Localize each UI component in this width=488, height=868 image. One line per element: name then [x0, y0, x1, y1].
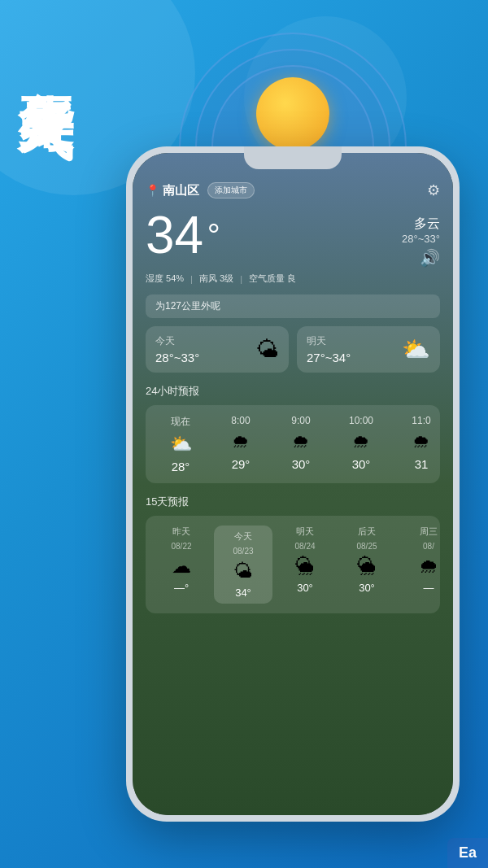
location-bar: 📍 南山区 添加城市 ⚙ — [146, 181, 440, 199]
weather-right: 多云 28°~33° 🔊 — [402, 209, 440, 268]
day-label-1: 今天 — [234, 530, 252, 543]
air-quality-text: 空气质量 良 — [249, 273, 296, 285]
temperature-display: 34 ° — [146, 209, 220, 261]
wind-text: 南风 3级 — [199, 273, 233, 285]
hour-label-3: 10:00 — [349, 415, 373, 426]
hourly-forecast: 现在 ⛅ 28° 8:00 🌧 29° 9:00 🌧 — [146, 405, 440, 483]
phone-wrapper: 📍 南山区 添加城市 ⚙ 34 ° 多云 28°~33° 🔊 — [126, 49, 460, 830]
day-date-2: 08/24 — [294, 542, 315, 551]
day-temp-2: 30° — [297, 582, 313, 594]
forecast-cards: 今天 28°~33° 🌤 明天 27°~34° ⛅ — [146, 326, 440, 373]
hour-label-0: 现在 — [171, 415, 190, 429]
separator-2: | — [240, 274, 242, 284]
day-item-3: 后天 08/25 🌦 30° — [338, 526, 396, 604]
hour-icon-3: 🌧 — [352, 431, 370, 452]
day-temp-4: — — [424, 582, 434, 594]
hour-item-4: 11:0 🌧 31 — [393, 415, 440, 473]
phone-frame: 📍 南山区 添加城市 ⚙ 34 ° 多云 28°~33° 🔊 — [126, 146, 460, 822]
day-icon-0: ☁ — [172, 555, 191, 578]
settings-icon[interactable]: ⚙ — [427, 181, 440, 199]
hour-icon-0: ⛅ — [170, 434, 192, 455]
hour-temp-0: 28° — [172, 460, 190, 473]
hour-item-0: 现在 ⛅ 28° — [152, 415, 209, 473]
day-date-0: 08/22 — [171, 542, 191, 551]
day-label-2: 明天 — [296, 526, 314, 538]
hour-icon-2: 🌧 — [292, 431, 310, 452]
hourly-section-title: 24小时预报 — [146, 384, 440, 399]
today-weather-icon: 🌤 — [256, 336, 279, 363]
hour-icon-4: 🌧 — [412, 431, 430, 452]
day-item-2: 明天 08/24 🌦 30° — [276, 526, 334, 604]
distance-notice: 为127公里外呢 — [146, 294, 440, 318]
hour-item-1: 8:00 🌧 29° — [212, 415, 269, 473]
main-weather: 34 ° 多云 28°~33° 🔊 — [146, 209, 440, 268]
day-icon-2: 🌦 — [295, 555, 315, 578]
day-date-3: 08/25 — [356, 542, 377, 551]
hourly-scroll: 现在 ⛅ 28° 8:00 🌧 29° 9:00 🌧 — [152, 415, 434, 473]
tomorrow-weather-icon: ⛅ — [402, 336, 430, 363]
daily-section-title: 15天预报 — [146, 495, 440, 509]
daily-section: 15天预报 昨天 08/22 ☁ —° 今天 08/23 — [146, 495, 440, 613]
today-info: 今天 28°~33° — [155, 334, 199, 364]
daily-scroll: 昨天 08/22 ☁ —° 今天 08/23 🌤 34° — [152, 526, 434, 604]
day-label-3: 后天 — [358, 526, 376, 538]
phone-notch — [244, 146, 342, 169]
tomorrow-info: 明天 27°~34° — [307, 334, 351, 364]
screen-content: 📍 南山区 添加城市 ⚙ 34 ° 多云 28°~33° 🔊 — [133, 153, 453, 815]
hour-label-1: 8:00 — [231, 415, 250, 426]
weather-description: 多云 — [414, 216, 440, 233]
today-label: 今天 — [155, 334, 199, 348]
day-temp-0: —° — [174, 582, 189, 594]
hour-temp-4: 31 — [415, 457, 429, 471]
day-icon-4: 🌧 — [419, 555, 438, 578]
current-temperature: 34 — [146, 206, 203, 264]
humidity-text: 湿度 54% — [146, 273, 184, 285]
tomorrow-label: 明天 — [307, 334, 351, 348]
hour-item-3: 10:00 🌧 30° — [333, 415, 390, 473]
day-icon-3: 🌦 — [357, 555, 377, 578]
daily-forecast: 昨天 08/22 ☁ —° 今天 08/23 🌤 34° — [146, 516, 440, 613]
day-temp-3: 30° — [359, 582, 375, 594]
hour-icon-1: 🌧 — [232, 431, 250, 452]
temp-range: 28°~33° — [402, 233, 440, 245]
hour-temp-3: 30° — [352, 457, 371, 471]
hour-temp-2: 30° — [292, 457, 311, 471]
day-item-1: 今天 08/23 🌤 34° — [214, 526, 272, 604]
day-date-1: 08/23 — [233, 547, 253, 556]
day-item-0: 昨天 08/22 ☁ —° — [152, 526, 211, 604]
location-pin-icon: 📍 — [146, 184, 159, 197]
tomorrow-temp: 27°~34° — [307, 351, 351, 364]
tomorrow-card: 明天 27°~34° ⛅ — [297, 326, 440, 373]
hour-item-2: 9:00 🌧 30° — [272, 415, 329, 473]
weather-details: 湿度 54% | 南风 3级 | 空气质量 良 — [146, 273, 440, 285]
hour-label-4: 11:0 — [412, 415, 430, 426]
hour-temp-1: 29° — [232, 457, 251, 471]
location-left: 📍 南山区 添加城市 — [146, 182, 255, 198]
sun-icon — [256, 77, 329, 150]
temp-unit: ° — [207, 217, 220, 254]
today-card: 今天 28°~33° 🌤 — [146, 326, 289, 373]
sound-icon[interactable]: 🔊 — [420, 248, 440, 268]
separator-1: | — [190, 274, 193, 284]
day-label-4: 周三 — [420, 526, 438, 538]
phone-screen: 📍 南山区 添加城市 ⚙ 34 ° 多云 28°~33° 🔊 — [133, 153, 453, 815]
location-name: 南山区 — [163, 183, 199, 198]
hourly-section: 24小时预报 现在 ⛅ 28° 8:00 🌧 29° — [146, 384, 440, 483]
today-temp: 28°~33° — [155, 351, 199, 364]
day-item-4: 周三 08/ 🌧 — — [399, 526, 440, 604]
bottom-badge: Ea — [447, 838, 488, 868]
day-date-4: 08/ — [423, 542, 434, 551]
day-temp-1: 34° — [235, 587, 251, 599]
day-icon-1: 🌤 — [233, 560, 253, 582]
app-title: 华夏好天气 — [15, 49, 78, 65]
hour-label-2: 9:00 — [291, 415, 310, 426]
add-city-button[interactable]: 添加城市 — [207, 182, 255, 198]
day-label-0: 昨天 — [172, 526, 190, 538]
